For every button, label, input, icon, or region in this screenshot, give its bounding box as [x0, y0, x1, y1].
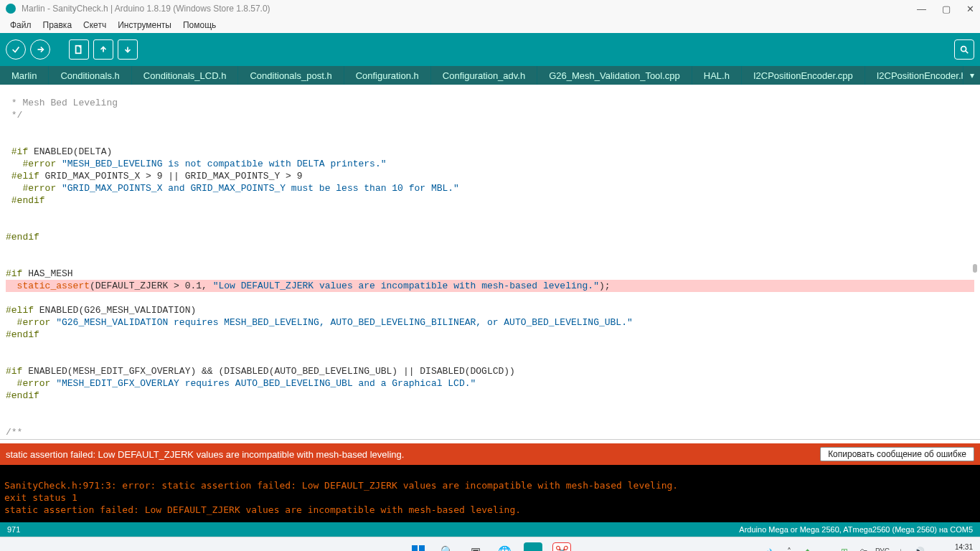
tray-time: 14:31 — [937, 543, 973, 552]
menu-help[interactable]: Помощь — [177, 19, 222, 32]
code-token: #if — [6, 146, 28, 157]
system-tray: ✈ ˄ ◆ ☁ ⛨ 🗂 РУС ⏚ 🔊 14:31 01.04.2022 — [765, 543, 973, 552]
app-icon — [6, 4, 16, 14]
code-token: #if — [6, 366, 22, 377]
console-line: SanityCheck.h:971:3: error: static asser… — [4, 480, 678, 491]
menu-edit[interactable]: Правка — [37, 19, 78, 32]
code-token: #if — [6, 268, 22, 279]
code-content: * Mesh Bed Leveling */ #if ENABLED(DELTA… — [0, 85, 980, 439]
window-title: Marlin - SanityCheck.h | Arduino 1.8.19 … — [22, 4, 917, 14]
new-button[interactable] — [69, 39, 89, 60]
error-banner: static assertion failed: Low DEFAULT_ZJE… — [0, 443, 980, 465]
tray-chevron-up-icon[interactable]: ˄ — [783, 546, 795, 552]
tray-app-icon[interactable]: ◆ — [802, 546, 814, 552]
tray-volume-icon[interactable]: 🔊 — [914, 546, 925, 552]
code-token: (DEFAULT_ZJERK > 0.1, — [90, 281, 213, 291]
toolbar — [0, 33, 980, 66]
verify-button[interactable] — [6, 39, 26, 60]
copy-error-button[interactable]: Копировать сообщение об ошибке — [820, 447, 974, 461]
board-info: Arduino Mega or Mega 2560, ATmega2560 (M… — [739, 525, 973, 534]
maximize-button[interactable]: ▢ — [942, 4, 951, 14]
tab-conditionals-post[interactable]: Conditionals_post.h — [238, 66, 344, 85]
window-controls: — ▢ ✕ — [917, 4, 974, 14]
code-token: #error — [6, 378, 56, 389]
taskbar-center: 🔍 ▣ 🌐 ∞ ✂️ — [409, 542, 571, 552]
tray-security-icon[interactable]: ⛨ — [839, 546, 851, 552]
code-token: ); — [599, 281, 611, 291]
code-line: #endif — [6, 329, 39, 340]
snipping-tool-icon[interactable]: ✂️ — [552, 542, 571, 552]
code-token: "GRID_MAX_POINTS_X and GRID_MAX_POINTS_Y… — [62, 183, 459, 194]
menu-sketch[interactable]: Скетч — [77, 19, 112, 32]
task-view-icon[interactable]: ▣ — [466, 542, 485, 552]
serial-monitor-button[interactable] — [954, 39, 974, 60]
tab-configuration[interactable]: Configuration.h — [344, 66, 431, 85]
tabs-dropdown[interactable]: ▾ — [963, 66, 980, 85]
error-message: static assertion failed: Low DEFAULT_ZJE… — [6, 449, 404, 460]
windows-taskbar: 🔍 ▣ 🌐 ∞ ✂️ ✈ ˄ ◆ ☁ ⛨ 🗂 РУС ⏚ 🔊 14:31 01.… — [0, 537, 980, 551]
code-line: */ — [6, 110, 22, 121]
tab-conditionals[interactable]: Conditionals.h — [49, 66, 131, 85]
save-button[interactable] — [118, 39, 138, 60]
code-line: * Mesh Bed Leveling — [6, 98, 118, 108]
code-token: GRID_MAX_POINTS_X > 9 || GRID_MAX_POINTS… — [39, 171, 303, 182]
tray-wifi-icon[interactable]: ⏚ — [895, 546, 907, 552]
tab-i2c-h[interactable]: I2CPositionEncoder.h — [865, 66, 979, 85]
edge-icon[interactable]: 🌐 — [495, 542, 514, 552]
tray-clock[interactable]: 14:31 01.04.2022 — [937, 543, 973, 552]
tab-marlin[interactable]: Marlin — [0, 66, 49, 85]
code-token: #elif — [6, 305, 34, 316]
menubar: Файл Правка Скетч Инструменты Помощь — [0, 17, 980, 33]
code-token: #error — [6, 317, 56, 328]
code-line: /** — [6, 427, 22, 438]
tray-onedrive-icon[interactable]: ☁ — [821, 546, 832, 552]
file-tabs: Marlin Conditionals.h Conditionals_LCD.h… — [0, 66, 980, 85]
code-line: #endif — [6, 195, 45, 206]
code-token: static_assert — [6, 281, 90, 291]
code-token: #elif — [6, 171, 39, 182]
scrollbar-thumb[interactable] — [973, 264, 977, 273]
code-token: "MESH_EDIT_GFX_OVERLAY requires AUTO_BED… — [56, 378, 476, 389]
menu-tools[interactable]: Инструменты — [112, 19, 177, 32]
code-line: #endif — [6, 232, 39, 242]
code-token: #error — [6, 183, 62, 194]
search-icon[interactable]: 🔍 — [438, 542, 456, 552]
console-line: exit status 1 — [4, 492, 77, 503]
console-line: static assertion failed: Low DEFAULT_ZJE… — [4, 504, 521, 515]
open-button[interactable] — [93, 39, 113, 60]
line-number: 971 — [7, 525, 20, 534]
tray-battery-icon[interactable]: 🗂 — [858, 546, 870, 552]
tray-telegram-icon[interactable]: ✈ — [765, 546, 776, 552]
code-line: #endif — [6, 390, 39, 401]
editor-scrollbar[interactable] — [969, 85, 979, 439]
code-token: ENABLED(G26_MESH_VALIDATION) — [34, 305, 196, 316]
tray-language[interactable]: РУС — [877, 546, 888, 552]
upload-button[interactable] — [30, 39, 50, 60]
code-token: "MESH_BED_LEVELING is not compatible wit… — [62, 159, 386, 169]
menu-file[interactable]: Файл — [4, 19, 37, 32]
tab-conditionals-lcd[interactable]: Conditionals_LCD.h — [132, 66, 239, 85]
code-token: ENABLED(MESH_EDIT_GFX_OVERLAY) && (DISAB… — [22, 366, 515, 377]
titlebar: Marlin - SanityCheck.h | Arduino 1.8.19 … — [0, 0, 980, 17]
minimize-button[interactable]: — — [917, 4, 926, 14]
start-button[interactable] — [409, 542, 428, 552]
code-token: "Low DEFAULT_ZJERK values are incompatib… — [213, 281, 599, 291]
code-token: HAS_MESH — [22, 268, 72, 279]
arduino-icon[interactable]: ∞ — [524, 542, 542, 552]
svg-line-2 — [966, 51, 969, 54]
svg-point-1 — [961, 47, 966, 52]
code-token: ENABLED(DELTA) — [28, 146, 112, 157]
code-token: #error — [6, 159, 62, 169]
code-editor[interactable]: * Mesh Bed Leveling */ #if ENABLED(DELTA… — [0, 85, 980, 439]
error-line: static_assert(DEFAULT_ZJERK > 0.1, "Low … — [6, 280, 974, 292]
code-token: "G26_MESH_VALIDATION requires MESH_BED_L… — [56, 317, 633, 328]
tab-configuration-adv[interactable]: Configuration_adv.h — [431, 66, 537, 85]
console-output[interactable]: SanityCheck.h:971:3: error: static asser… — [0, 465, 980, 522]
tab-g26[interactable]: G26_Mesh_Validation_Tool.cpp — [537, 66, 692, 85]
statusbar: 971 Arduino Mega or Mega 2560, ATmega256… — [0, 522, 980, 537]
tab-hal[interactable]: HAL.h — [692, 66, 742, 85]
tab-i2c-cpp[interactable]: I2CPositionEncoder.cpp — [742, 66, 865, 85]
close-button[interactable]: ✕ — [966, 4, 974, 14]
